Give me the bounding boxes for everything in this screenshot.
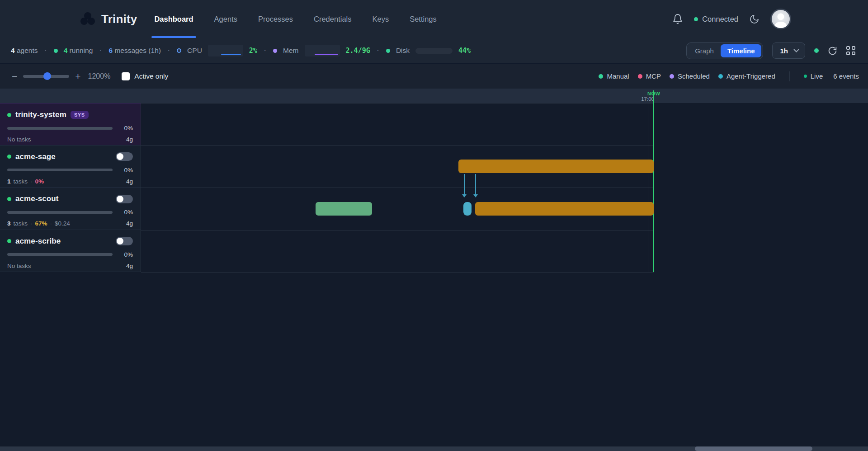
now-marker-line: [653, 90, 654, 272]
status-bar: 4 agents · 4 running · 6 messages (1h) ·…: [0, 38, 868, 64]
separator: ·: [30, 220, 33, 227]
zoom-slider[interactable]: [23, 75, 69, 78]
agents-count: 4: [11, 47, 15, 54]
nav-tab-agents[interactable]: Agents: [214, 0, 237, 38]
agent-mem-value: 4g: [126, 220, 133, 227]
timeline-toolbar: − + 1200% Active only Manual MCP Schedul…: [0, 64, 868, 89]
legend-item-agent-triggered: Agent-Triggered: [718, 72, 775, 80]
agent-success-pct: 0%: [35, 178, 44, 185]
legend-label-scheduled: Scheduled: [678, 72, 710, 80]
graph-view-button[interactable]: Graph: [688, 44, 721, 57]
zoom-level-value: 1200%: [88, 72, 111, 80]
sys-badge: SYS: [71, 111, 89, 119]
view-mode-toggle: Graph Timeline: [686, 42, 763, 59]
agent-success-pct: 67%: [35, 220, 47, 227]
messages-label: messages (1h): [114, 47, 161, 54]
grid-row-trinity-system: [141, 103, 654, 146]
disk-label: Disk: [396, 47, 410, 55]
agent-mem-value: 4g: [126, 136, 133, 143]
live-indicator: Live: [804, 72, 823, 80]
nav-tab-dashboard[interactable]: Dashboard: [154, 0, 193, 38]
agent-toggle[interactable]: [116, 195, 133, 203]
horizontal-scrollbar-thumb[interactable]: [695, 446, 812, 451]
bell-icon[interactable]: [672, 14, 683, 24]
agent-row-trinity-system[interactable]: trinity-system SYS 0% No tasks 4g: [0, 103, 141, 146]
agent-row-acme-sage[interactable]: acme-sage 0% 1 tasks · 0% 4g: [0, 146, 141, 188]
separator: ·: [263, 47, 267, 55]
divider: [116, 71, 116, 81]
grid-row-acme-scribe: [141, 230, 654, 273]
legend-item-manual: Manual: [599, 72, 629, 80]
cpu-label: CPU: [187, 47, 202, 55]
separator: ·: [30, 178, 33, 185]
legend-item-scheduled: Scheduled: [670, 72, 710, 80]
separator: ·: [99, 47, 103, 55]
disk-value: 44%: [458, 47, 471, 55]
legend-dot-manual-icon: [599, 74, 603, 79]
agent-tasks-count: 1: [7, 178, 11, 185]
dark-mode-moon-icon[interactable]: [749, 14, 760, 24]
connected-label: Connected: [702, 15, 738, 23]
horizontal-scrollbar[interactable]: [0, 446, 868, 451]
mem-value: 2.4/9G: [346, 47, 370, 55]
agent-cpu-progress: [7, 169, 113, 171]
agent-toggle[interactable]: [116, 237, 133, 245]
top-nav: Trinity Dashboard Agents Processes Crede…: [0, 0, 868, 38]
events-count: 6 events: [833, 72, 859, 80]
nav-tab-settings[interactable]: Settings: [410, 0, 437, 38]
cpu-sparkline: [208, 45, 243, 56]
active-only-label: Active only: [134, 72, 168, 80]
agent-status-dot-icon: [7, 197, 11, 201]
event-legend: Manual MCP Scheduled Agent-Triggered Liv…: [599, 71, 859, 81]
connection-status: Connected: [694, 15, 738, 23]
event-bar-scout-manual[interactable]: [316, 202, 372, 216]
time-range-value: 1h: [780, 47, 788, 55]
event-bar-sage-manual[interactable]: [458, 160, 654, 173]
active-only-checkbox[interactable]: [122, 72, 130, 80]
legend-label-mcp: MCP: [646, 72, 661, 80]
agent-cpu-progress: [7, 211, 113, 214]
legend-dot-agent-triggered-icon: [718, 74, 723, 79]
nav-tab-processes[interactable]: Processes: [258, 0, 293, 38]
time-range-select[interactable]: 1h: [772, 42, 805, 59]
legend-dot-scheduled-icon: [670, 74, 674, 79]
main-nav: Dashboard Agents Processes Credentials K…: [154, 0, 436, 38]
event-bar-scout-agent[interactable]: [463, 202, 472, 216]
trinity-logo-icon: [80, 12, 95, 26]
event-bar-scout-long[interactable]: [475, 202, 654, 216]
timeline-grid: [141, 103, 654, 272]
zoom-out-button[interactable]: −: [12, 71, 17, 81]
agent-status-dot-icon: [7, 239, 11, 243]
refresh-icon[interactable]: [828, 46, 837, 56]
zoom-in-button[interactable]: +: [75, 71, 80, 81]
cpu-value: 2%: [249, 47, 257, 55]
nav-tab-keys[interactable]: Keys: [372, 0, 389, 38]
running-dot-icon: [54, 49, 58, 53]
zoom-controls: − + 1200%: [12, 71, 110, 81]
agent-name: acme-sage: [15, 152, 56, 161]
mem-label: Mem: [283, 47, 298, 55]
cpu-dot-icon: [177, 48, 181, 53]
divider: [789, 71, 790, 81]
agent-row-acme-scout[interactable]: acme-scout 0% 3 tasks · 67% · $0.24 4g: [0, 188, 141, 230]
user-avatar[interactable]: [770, 9, 791, 29]
agent-mem-value: 4g: [126, 263, 133, 269]
status-right-group: Graph Timeline 1h: [686, 42, 855, 59]
agent-row-acme-scribe[interactable]: acme-scribe 0% No tasks 4g: [0, 230, 141, 272]
legend-item-mcp: MCP: [638, 72, 661, 80]
agent-tasks-meta: No tasks: [7, 136, 31, 143]
agent-cpu-progress: [7, 253, 113, 256]
live-dot-icon: [804, 75, 807, 78]
agents-label: agents: [17, 47, 38, 54]
apps-grid-icon[interactable]: [846, 46, 855, 55]
agent-cpu-value: 0%: [124, 125, 133, 132]
legend-label-manual: Manual: [607, 72, 629, 80]
zoom-slider-thumb[interactable]: [43, 72, 51, 80]
disk-progress: [415, 48, 453, 54]
timeline-view-button[interactable]: Timeline: [721, 44, 762, 57]
nav-tab-credentials[interactable]: Credentials: [314, 0, 351, 38]
agent-mem-value: 4g: [126, 178, 133, 185]
legend-dot-mcp-icon: [638, 74, 642, 79]
hour-gridline-17-00: [648, 90, 648, 272]
agent-toggle[interactable]: [116, 152, 133, 161]
